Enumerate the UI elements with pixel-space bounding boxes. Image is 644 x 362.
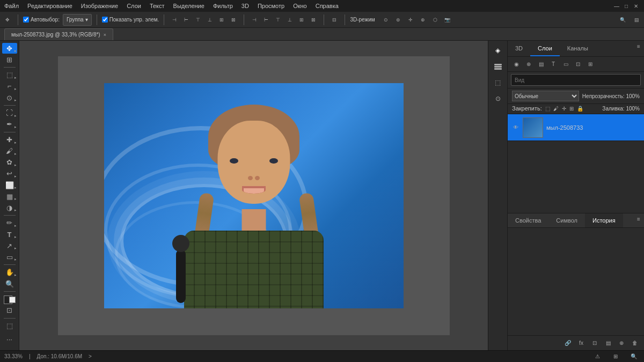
add-mask-icon[interactable]: ⊡ (589, 337, 601, 349)
tab-3d[interactable]: 3D (508, 41, 530, 56)
menu-help[interactable]: Справка (316, 3, 339, 9)
tool-brush[interactable]: 🖌 ▸ (2, 146, 17, 157)
blend-mode-select[interactable]: Обычные (512, 91, 579, 101)
distribute-left-icon[interactable]: ⊣ (249, 14, 260, 25)
menu-view[interactable]: Просмотр (258, 3, 284, 9)
tool-pen[interactable]: ✏ ▸ (2, 218, 17, 228)
minimize-button[interactable]: — (613, 2, 620, 10)
menu-file[interactable]: Файл (4, 3, 19, 9)
tool-clone[interactable]: ✿ ▸ (2, 157, 17, 168)
panels-icon[interactable]: ▤ (631, 14, 642, 25)
align-horizontal-centers-icon[interactable]: ⊢ (181, 14, 192, 25)
filter-smart-icon[interactable]: ⊡ (573, 59, 583, 70)
align-right-edges-icon[interactable]: ⊤ (193, 14, 203, 25)
3d-rotate-icon[interactable]: ⊙ (380, 14, 391, 25)
tab-properties[interactable]: Свойства (508, 213, 548, 227)
menu-edit[interactable]: Редактирование (27, 3, 72, 9)
search-icon[interactable]: 🔍 (617, 14, 628, 25)
tool-dodge[interactable]: ◑ ▸ (2, 202, 17, 213)
menu-filter[interactable]: Фильтр (213, 3, 233, 9)
tool-crop[interactable]: ⛶ ▸ (2, 108, 17, 119)
file-tab[interactable]: мыл-2508733.jpg @ 33,3% (RGB/8*) × (4, 28, 113, 40)
tool-quick-select[interactable]: ⊙ ▸ (2, 92, 17, 103)
tool-zoom[interactable]: 🔍 (2, 278, 17, 289)
status-warning-icon[interactable]: ⚠ (591, 351, 603, 363)
new-group-icon[interactable]: ◉ (511, 59, 522, 70)
lock-transparent-icon[interactable]: ⬚ (545, 106, 550, 112)
filter-adjustment-icon[interactable]: ▤ (536, 59, 546, 70)
align-top-edges-icon[interactable]: ⊥ (204, 14, 215, 25)
lock-artboard-icon[interactable]: ⊞ (569, 106, 574, 112)
bottom-panel-menu-icon[interactable]: ≡ (633, 213, 644, 224)
delete-layer-icon[interactable]: 🗑 (629, 337, 641, 349)
tool-artboard[interactable]: ⊞ (2, 54, 17, 65)
tool-text[interactable]: T ▸ (2, 229, 17, 240)
distribute-top-icon[interactable]: ⊥ (284, 14, 295, 25)
align-left-edges-icon[interactable]: ⊣ (169, 14, 180, 25)
move-tool-icon[interactable]: ✥ (2, 14, 13, 25)
channels-panel-icon[interactable]: ⬚ (491, 75, 506, 90)
add-style-icon[interactable]: fx (575, 337, 587, 349)
layer-search-input[interactable] (511, 74, 641, 86)
adjustments-panel-icon[interactable]: ⊙ (491, 91, 506, 106)
tool-marquee[interactable]: ⬚ ▸ (2, 70, 17, 80)
new-group-btn-icon[interactable]: ▤ (602, 337, 614, 349)
link-layers-icon[interactable]: 🔗 (562, 337, 574, 349)
quick-mask-toggle[interactable]: ⊡ (2, 305, 17, 316)
canvas-area[interactable] (19, 41, 488, 350)
lock-position-icon[interactable]: ✛ (562, 106, 566, 112)
auto-select-checkbox[interactable]: Автовыбор: (23, 17, 60, 23)
filter-kind-icon[interactable]: ⊕ (523, 59, 534, 70)
tool-gradient[interactable]: ▦ ▸ (2, 191, 17, 202)
tab-character[interactable]: Символ (548, 213, 585, 227)
screen-mode-toggle[interactable]: ⬚ (2, 321, 17, 331)
layer-item[interactable]: 👁 мыл-2508733 (508, 114, 644, 141)
tool-eyedropper[interactable]: ✒ ▸ (2, 119, 17, 130)
tab-history[interactable]: История (585, 213, 623, 227)
tool-hand[interactable]: ✋ ▸ (2, 267, 17, 278)
lock-all-icon[interactable]: 🔒 (577, 106, 583, 112)
maximize-button[interactable]: □ (623, 2, 630, 10)
tool-shape[interactable]: ▭ ▸ (2, 252, 17, 262)
show-transform-checkbox[interactable]: Показать упр. элем. (102, 17, 159, 23)
menu-text[interactable]: Текст (150, 3, 165, 9)
tool-history-brush[interactable]: ↩ ▸ (2, 168, 17, 179)
status-zoom-icon[interactable]: 🔍 (628, 351, 640, 363)
3d-camera-icon[interactable]: 📷 (442, 14, 453, 25)
distribute-h-center-icon[interactable]: ⊢ (261, 14, 272, 25)
tab-channels[interactable]: Каналы (560, 41, 596, 56)
filter-shape-icon[interactable]: ▭ (560, 59, 571, 70)
distribute-right-icon[interactable]: ⊤ (273, 14, 283, 25)
status-arrange-icon[interactable]: ⊞ (610, 351, 621, 363)
tool-eraser[interactable]: ⬜ ▸ (2, 180, 17, 190)
filter-type-icon[interactable]: T (548, 59, 559, 70)
close-tab-button[interactable]: × (104, 32, 106, 38)
group-select-dropdown[interactable]: Группа ▾ (63, 14, 92, 26)
close-button[interactable]: ✕ (632, 2, 640, 10)
menu-image[interactable]: Изображение (81, 3, 118, 9)
new-layer-icon[interactable]: ⊕ (616, 337, 627, 349)
3d-pan-icon[interactable]: ✛ (405, 14, 416, 25)
tab-layers[interactable]: Слои (530, 41, 560, 56)
tool-lasso[interactable]: ⌐ ▸ (2, 81, 17, 92)
3d-orbit-icon[interactable]: ⊚ (393, 14, 404, 25)
layer-visibility-icon[interactable]: 👁 (512, 124, 519, 131)
foreground-color[interactable] (2, 294, 17, 305)
tool-move[interactable]: ✥ ▸ (2, 43, 17, 54)
menu-3d[interactable]: 3D (241, 3, 249, 9)
show-transform-input[interactable] (102, 17, 108, 23)
arrange-icon[interactable]: ⊟ (329, 14, 340, 25)
3d-panel-icon[interactable]: ◈ (491, 43, 506, 58)
distribute-bottom-icon[interactable]: ⊠ (308, 14, 319, 25)
panel-menu-icon[interactable]: ≡ (633, 41, 644, 51)
menu-window[interactable]: Окно (293, 3, 307, 9)
align-vertical-centers-icon[interactable]: ⊞ (216, 14, 227, 25)
align-bottom-edges-icon[interactable]: ⊠ (228, 14, 239, 25)
filter-extra-icon[interactable]: ⊞ (585, 59, 596, 70)
menu-layers[interactable]: Слои (127, 3, 141, 9)
auto-select-input[interactable] (23, 17, 29, 23)
more-tools-button[interactable]: ··· (2, 332, 17, 346)
tool-healing[interactable]: ✚ ▸ (2, 135, 17, 145)
tool-path-select[interactable]: ↗ ▸ (2, 240, 17, 251)
layers-panel-icon[interactable] (491, 59, 506, 74)
